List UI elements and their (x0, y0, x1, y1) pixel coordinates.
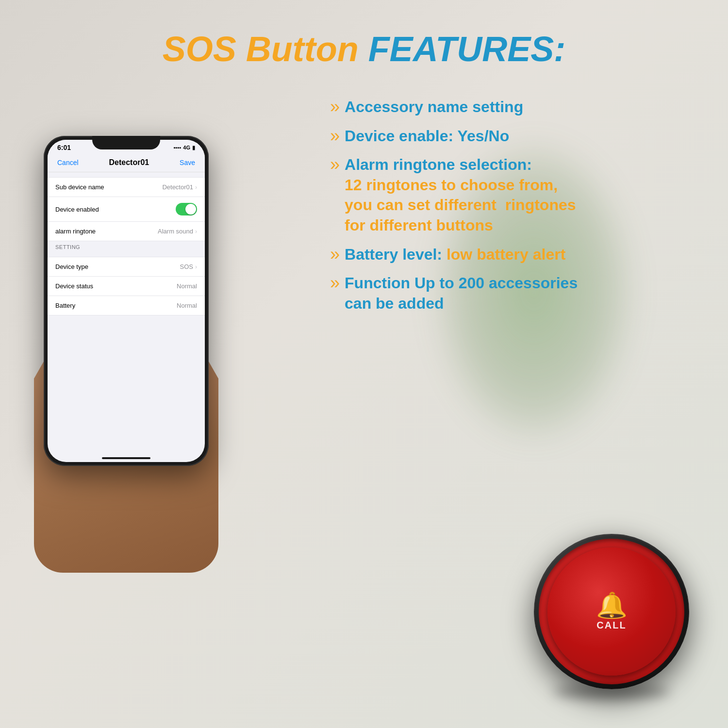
network-icon: 4G (183, 145, 190, 150)
device-type-label: Device type (55, 263, 88, 270)
nav-title: Detector01 (109, 158, 149, 167)
device-outer-ring: 🔔 CALL (534, 534, 689, 689)
battery-icon: ▮ (192, 145, 195, 151)
status-icons: ▪▪▪▪ 4G ▮ (174, 145, 195, 151)
device-type-row[interactable]: Device type SOS › (48, 257, 205, 277)
device-enabled-label: Device enabled (55, 206, 99, 213)
headline-sos: SOS Button (163, 30, 368, 68)
call-button[interactable]: 🔔 CALL (547, 547, 676, 676)
device-enabled-row[interactable]: Device enabled (48, 197, 205, 222)
feature-item-4: » Battery level: low battery alert (330, 245, 699, 265)
phone-screen: 6:01 ▪▪▪▪ 4G ▮ Cancel Detector01 Save Su… (48, 140, 205, 462)
settings-section-setting: Device type SOS › Device status Normal B… (48, 257, 205, 315)
chevron-icon-5: » (330, 274, 340, 292)
device-status-row: Device status Normal (48, 277, 205, 296)
phone-body: 6:01 ▪▪▪▪ 4G ▮ Cancel Detector01 Save Su… (44, 136, 209, 466)
headline-features: FEATURES: (368, 30, 566, 68)
feature-item-2: » Device enable: Yes/No (330, 126, 699, 147)
status-time: 6:01 (57, 144, 71, 151)
signal-icon: ▪▪▪▪ (174, 145, 182, 150)
feature-item-3: » Alarm ringtone selection: 12 ringtones… (330, 155, 699, 235)
battery-row: Battery Normal (48, 296, 205, 315)
call-label: CALL (596, 620, 626, 631)
sub-device-name-label: Sub device name (55, 183, 104, 191)
alarm-ringtone-label: alarm ringtone (55, 228, 96, 235)
call-device: 🔔 CALL (534, 534, 689, 689)
feature-item-1: » Accessory name setting (330, 97, 699, 117)
alarm-ringtone-row[interactable]: alarm ringtone Alarm sound › (48, 222, 205, 241)
chevron-icon-2: » (330, 127, 340, 145)
bell-icon: 🔔 (596, 593, 628, 618)
device-shadow (553, 684, 670, 699)
feature-text-1: Accessory name setting (345, 97, 523, 117)
cancel-button[interactable]: Cancel (57, 159, 79, 166)
phone-container: 6:01 ▪▪▪▪ 4G ▮ Cancel Detector01 Save Su… (24, 136, 228, 573)
headline: SOS Button FEATURES: (0, 29, 728, 69)
feature-item-5: » Function Up to 200 accessoriescan be a… (330, 273, 699, 314)
device-status-label: Device status (55, 282, 93, 290)
settings-section-main: Sub device name Detector01 › Device enab… (48, 177, 205, 241)
feature-text-2: Device enable: Yes/No (345, 126, 509, 147)
row-chevron-icon: › (195, 184, 197, 191)
sub-device-name-row[interactable]: Sub device name Detector01 › (48, 177, 205, 197)
device-type-chevron-icon: › (195, 264, 197, 270)
feature-text-3-wrapper: Alarm ringtone selection: 12 ringtones t… (345, 155, 576, 235)
phone-notch (92, 136, 160, 149)
device-type-value: SOS › (180, 263, 197, 270)
setting-section-label: Setting (48, 241, 205, 252)
feature-text-4: Battery level: low battery alert (345, 245, 565, 265)
toggle-thumb (185, 204, 196, 215)
nav-bar: Cancel Detector01 Save (48, 153, 205, 172)
sub-device-name-value: Detector01 › (162, 183, 197, 191)
settings-content: Sub device name Detector01 › Device enab… (48, 177, 205, 315)
battery-value: Normal (177, 302, 197, 309)
device-status-value: Normal (177, 282, 197, 290)
alarm-chevron-icon: › (195, 228, 197, 235)
feature-text-3-blue: Alarm ringtone selection: (345, 155, 576, 175)
alarm-ringtone-value: Alarm sound › (158, 228, 197, 235)
save-button[interactable]: Save (180, 159, 195, 166)
chevron-icon-3: » (330, 156, 340, 173)
home-indicator (102, 457, 150, 459)
chevron-icon-1: » (330, 98, 340, 116)
chevron-icon-4: » (330, 246, 340, 263)
features-list: » Accessory name setting » Device enable… (330, 97, 699, 322)
battery-label: Battery (55, 302, 75, 309)
feature-text-3-orange: 12 ringtones to choose from,you can set … (345, 175, 576, 236)
feature-text-5: Function Up to 200 accessoriescan be add… (345, 273, 578, 314)
device-enabled-toggle[interactable] (176, 203, 197, 215)
